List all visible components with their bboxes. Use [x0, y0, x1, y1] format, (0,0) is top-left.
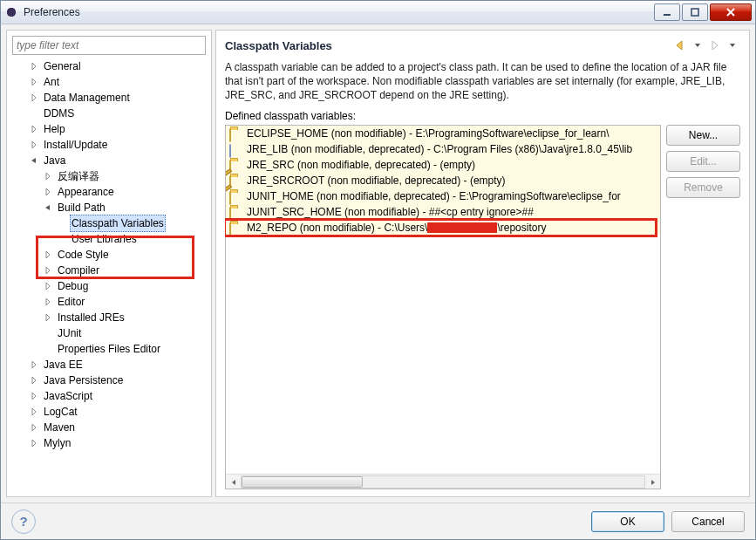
twisty-icon[interactable]: [28, 437, 40, 449]
tree-item[interactable]: LogCat: [9, 404, 211, 420]
scroll-thumb[interactable]: [242, 476, 363, 488]
tree-item[interactable]: Code Style: [9, 247, 211, 263]
list-item-text: M2_REPO (non modifiable) - C:\Users\\rep…: [247, 220, 546, 236]
tree-item[interactable]: Mylyn: [9, 435, 211, 451]
twisty-icon[interactable]: [42, 264, 54, 277]
twisty-none: [42, 327, 54, 339]
list-item[interactable]: JUNIT_HOME (non modifiable, deprecated) …: [226, 188, 660, 204]
twisty-icon[interactable]: [28, 359, 40, 371]
nav-back-button[interactable]: [672, 38, 688, 53]
list-item[interactable]: JUNIT_SRC_HOME (non modifiable) - ##<cp …: [226, 204, 660, 220]
classpath-variable-list[interactable]: ECLIPSE_HOME (non modifiable) - E:\Progr…: [225, 125, 661, 489]
list-item[interactable]: M2_REPO (non modifiable) - C:\Users\\rep…: [226, 220, 660, 236]
tree-item[interactable]: Debug: [9, 278, 211, 294]
tree-item[interactable]: Java: [9, 153, 211, 168]
list-item-text: ECLIPSE_HOME (non modifiable) - E:\Progr…: [247, 126, 610, 141]
tree-item-label: Debug: [56, 278, 90, 294]
twisty-icon[interactable]: [42, 280, 54, 292]
tree-item[interactable]: Editor: [9, 294, 211, 310]
folder-icon: [229, 127, 243, 140]
cancel-button[interactable]: Cancel: [671, 511, 745, 532]
maximize-button[interactable]: [682, 3, 708, 21]
scroll-right-arrow[interactable]: [645, 475, 660, 489]
filter-input[interactable]: [12, 36, 206, 55]
tree-item[interactable]: Appearance: [9, 184, 211, 200]
tree-item-label: Data Management: [42, 90, 132, 106]
titlebar: Preferences: [0, 0, 756, 24]
scroll-left-arrow[interactable]: [226, 475, 241, 489]
tree-item[interactable]: 反编译器: [9, 168, 211, 184]
twisty-icon[interactable]: [28, 76, 40, 88]
twisty-icon[interactable]: [28, 139, 40, 151]
window-title: Preferences: [24, 6, 654, 18]
tree-item[interactable]: Installed JREs: [9, 310, 211, 325]
tree-item[interactable]: Java EE: [9, 357, 211, 373]
list-item[interactable]: JRE_LIB (non modifiable, deprecated) - C…: [226, 141, 660, 157]
tree-item[interactable]: Data Management: [9, 90, 211, 106]
filter-box: [12, 36, 206, 55]
tree-item-label: Ant: [42, 74, 61, 90]
folder-icon: [229, 222, 243, 234]
twisty-none: [56, 233, 68, 245]
preferences-tree[interactable]: GeneralAntData ManagementDDMSHelpInstall…: [7, 58, 211, 496]
list-item[interactable]: ECLIPSE_HOME (non modifiable) - E:\Progr…: [226, 126, 660, 141]
tree-item[interactable]: Java Persistence: [9, 373, 211, 388]
twisty-icon[interactable]: [42, 170, 54, 182]
nav-forward-menu[interactable]: [725, 38, 740, 53]
edit-button[interactable]: Edit...: [666, 151, 740, 172]
minimize-button[interactable]: [654, 3, 680, 21]
twisty-none: [42, 343, 54, 355]
twisty-icon[interactable]: [28, 60, 40, 72]
twisty-icon[interactable]: [28, 123, 40, 135]
twisty-icon[interactable]: [42, 296, 54, 308]
tree-item-label: Installed JREs: [56, 310, 126, 325]
right-pane: Classpath Variables A classpa: [215, 30, 750, 497]
tree-item[interactable]: Build Path: [9, 200, 211, 215]
tree-item-label: Java Persistence: [42, 373, 125, 388]
tree-item[interactable]: JUnit: [9, 325, 211, 341]
twisty-icon[interactable]: [42, 202, 54, 214]
tree-item-label: Compiler: [56, 263, 101, 278]
tree-item-label: JavaScript: [42, 388, 94, 404]
twisty-icon[interactable]: [42, 186, 54, 198]
twisty-icon[interactable]: [28, 421, 40, 434]
ok-button[interactable]: OK: [591, 511, 664, 532]
twisty-icon[interactable]: [28, 154, 40, 167]
nav-arrows: [672, 38, 740, 53]
jar-icon: [229, 143, 243, 155]
nav-forward-button[interactable]: [707, 38, 723, 53]
tree-item[interactable]: Maven: [9, 420, 211, 435]
close-button[interactable]: [710, 3, 752, 21]
horizontal-scrollbar[interactable]: [226, 474, 660, 489]
twisty-none: [28, 107, 40, 120]
list-item[interactable]: JRE_SRCROOT (non modifiable, deprecated)…: [226, 173, 660, 188]
twisty-icon[interactable]: [28, 374, 40, 386]
tree-item[interactable]: JavaScript: [9, 388, 211, 404]
tree-item-label: User Libraries: [70, 231, 139, 247]
tree-item[interactable]: Compiler: [9, 263, 211, 278]
tree-item[interactable]: Ant: [9, 74, 211, 90]
remove-button[interactable]: Remove: [666, 177, 740, 198]
tree-item-label: JUnit: [56, 325, 83, 341]
help-button[interactable]: ?: [11, 509, 36, 534]
tree-item[interactable]: User Libraries: [9, 231, 211, 247]
tree-item[interactable]: Properties Files Editor: [9, 341, 211, 357]
twisty-icon[interactable]: [42, 249, 54, 261]
list-label: Defined classpath variables:: [225, 110, 740, 122]
twisty-icon[interactable]: [28, 390, 40, 402]
tree-item[interactable]: Help: [9, 121, 211, 137]
twisty-icon[interactable]: [28, 92, 40, 104]
tree-item[interactable]: General: [9, 58, 211, 74]
list-item[interactable]: JRE_SRC (non modifiable, deprecated) - (…: [226, 157, 660, 173]
scroll-track[interactable]: [241, 475, 645, 489]
twisty-icon[interactable]: [42, 311, 54, 324]
twisty-icon[interactable]: [28, 406, 40, 418]
bottom-bar: ? OK Cancel: [1, 502, 755, 539]
list-item-text: JUNIT_HOME (non modifiable, deprecated) …: [247, 188, 621, 204]
tree-item[interactable]: Classpath Variables: [9, 215, 211, 231]
tree-item[interactable]: DDMS: [9, 106, 211, 121]
left-wrap: GeneralAntData ManagementDDMSHelpInstall…: [6, 30, 212, 497]
tree-item[interactable]: Install/Update: [9, 137, 211, 153]
nav-back-menu[interactable]: [690, 38, 705, 53]
new-button[interactable]: New...: [666, 125, 740, 146]
